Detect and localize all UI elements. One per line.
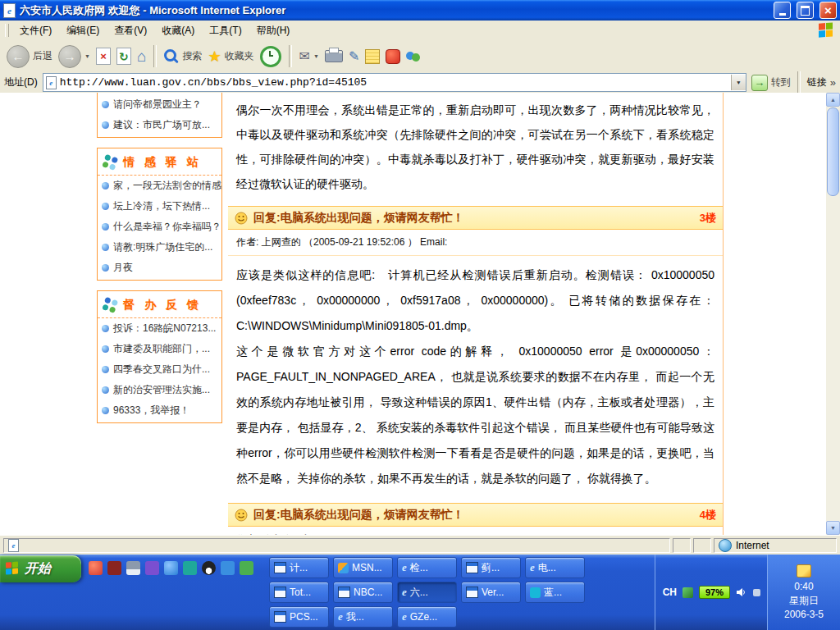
task-button-10[interactable]: 蓝... [525, 582, 585, 603]
sidebar-top-box: 请问帝都景园业主？ 建议：市民广场可放... [97, 93, 222, 138]
home-icon: ⌂ [137, 48, 146, 66]
forward-dropdown-icon[interactable]: ▼ [84, 53, 90, 59]
tray-shield-icon[interactable] [682, 587, 693, 598]
tray-network-icon[interactable] [753, 589, 760, 596]
sidebar-link[interactable]: 坛上冷清，坛下热情... [98, 196, 221, 217]
stop-button[interactable]: × [96, 48, 111, 65]
battery-indicator[interactable]: 97% [699, 586, 730, 599]
search-button[interactable]: 搜索 [164, 49, 202, 64]
im-button[interactable] [386, 49, 400, 64]
reply-header: 回复:电脑系统出现问题，烦请网友帮忙！ 3楼 [228, 206, 723, 230]
volume-icon[interactable] [736, 587, 747, 598]
task-button-5[interactable]: e电... [525, 557, 585, 578]
sidebar-link[interactable]: 市建委及职能部门，... [98, 339, 221, 359]
sidebar-link[interactable]: 新的治安管理法实施... [98, 380, 221, 400]
task-button-1[interactable]: 计... [269, 557, 329, 578]
section-header: 情 感 驿 站 [98, 150, 221, 176]
quick-launch-qq-icon[interactable] [202, 561, 216, 575]
sidebar-link[interactable]: 请问帝都景园业主？ [98, 94, 221, 115]
smiley-icon [235, 212, 248, 225]
task-button-9[interactable]: Ver... [461, 582, 521, 603]
im-icon [386, 49, 400, 64]
go-label: 转到 [771, 75, 791, 89]
quick-launch-icon-2[interactable] [107, 561, 121, 575]
quick-launch-icon-4[interactable] [145, 561, 159, 575]
menu-edit[interactable]: 编辑(E) [59, 21, 107, 41]
print-button[interactable] [325, 50, 343, 62]
menu-favorites[interactable]: 收藏(A) [154, 21, 202, 41]
clock-panel[interactable]: 0:40 星期日 2006-3-5 [767, 555, 840, 630]
tray-app-icon [797, 564, 811, 578]
maximize-button[interactable] [797, 2, 814, 19]
scroll-up-button[interactable]: ▲ [826, 93, 840, 107]
edit-button[interactable]: ✎ [349, 48, 359, 64]
notes-button[interactable] [365, 49, 380, 64]
mail-button[interactable]: ✉ ▼ [299, 48, 319, 64]
quick-launch-icon-6[interactable] [183, 561, 197, 575]
quick-launch-icon-8[interactable] [221, 561, 235, 575]
menu-tools[interactable]: 工具(T) [202, 21, 249, 41]
links-chevron-icon: » [830, 76, 836, 89]
window-icon [338, 587, 350, 598]
forward-icon: → [58, 45, 81, 68]
windows-logo-icon [819, 22, 833, 38]
sidebar-link[interactable]: 什么是幸福？你幸福吗？ [98, 217, 221, 237]
forward-button[interactable]: → ▼ [58, 45, 90, 68]
history-button[interactable] [260, 46, 281, 67]
task-button-12[interactable]: e我... [333, 606, 393, 628]
task-button-3[interactable]: e检... [397, 557, 457, 578]
menu-help[interactable]: 帮助(H) [249, 21, 298, 41]
messenger-button[interactable] [406, 50, 421, 63]
status-bar: e Internet [0, 535, 840, 555]
vertical-scrollbar[interactable]: ▲ ▼ [826, 93, 840, 535]
menu-file[interactable]: 文件(F) [12, 21, 59, 41]
bluetooth-icon [530, 587, 541, 598]
status-page-icon: e [8, 539, 19, 552]
quick-launch-icon-9[interactable] [240, 561, 253, 575]
language-indicator[interactable]: CH [663, 587, 677, 598]
close-button[interactable]: × [819, 2, 837, 19]
quick-launch-icon-1[interactable] [89, 561, 103, 575]
sidebar-link[interactable]: 四季春交叉路口为什... [98, 359, 221, 380]
scroll-down-button[interactable]: ▼ [826, 521, 840, 535]
sidebar-link[interactable]: 建议：市民广场可放... [98, 115, 221, 135]
sidebar-link[interactable]: 家，一段无法割舍的情感 [98, 176, 221, 196]
favorites-button[interactable]: ★ 收藏夹 [208, 48, 253, 66]
bullet-icon [102, 203, 109, 210]
window-icon [466, 562, 478, 573]
start-button[interactable]: 开始 [0, 555, 81, 582]
menu-view[interactable]: 查看(V) [107, 21, 154, 41]
quick-launch-ie-icon[interactable] [164, 561, 178, 575]
back-button[interactable]: ← 后退 [7, 45, 52, 68]
address-dropdown-icon[interactable]: ▼ [731, 75, 746, 90]
minimize-button[interactable] [774, 2, 791, 19]
task-button-11[interactable]: PCS... [269, 606, 329, 628]
task-button-4[interactable]: 蓟... [461, 557, 521, 578]
task-button-7[interactable]: NBC... [333, 582, 393, 603]
mail-dropdown-icon[interactable]: ▼ [313, 53, 319, 59]
menu-grip[interactable] [5, 24, 9, 37]
task-button-13[interactable]: eGZe... [397, 606, 457, 628]
sidebar-link[interactable]: 月夜 [98, 258, 221, 278]
refresh-button[interactable]: ↻ [116, 48, 131, 65]
clock-date: 2006-3-5 [784, 608, 824, 621]
reply-paragraph: 应该是类似这样的信息吧: 计算机已经从检测错误后重新启动。检测错误： 0x100… [236, 262, 714, 339]
task-button-6[interactable]: Tot... [269, 582, 329, 603]
task-button-active-luan[interactable]: e六... [397, 582, 457, 603]
sidebar-link[interactable]: 投诉：16路皖N07213... [98, 318, 221, 339]
bullet-icon [102, 386, 109, 394]
home-button[interactable]: ⌂ [137, 48, 146, 66]
ie-icon: e [402, 610, 407, 623]
links-button[interactable]: 链接 » [807, 75, 836, 89]
sidebar-link[interactable]: 96333，我举报！ [98, 400, 221, 421]
start-windows-flag-icon [6, 561, 20, 576]
go-button[interactable]: → 转到 [751, 75, 791, 91]
sidebar-link[interactable]: 请教:明珠广场住宅的... [98, 237, 221, 258]
ie-icon: e [402, 561, 407, 574]
scrollbar-thumb[interactable] [827, 107, 839, 196]
task-button-2[interactable]: MSN... [333, 557, 393, 578]
clock-time: 0:40 [794, 580, 813, 593]
window-icon [274, 562, 286, 573]
address-input[interactable]: e http://www.luan.gov.cn/bbs/bbs_view.ph… [43, 73, 746, 92]
quick-launch-icon-3[interactable] [126, 561, 140, 575]
